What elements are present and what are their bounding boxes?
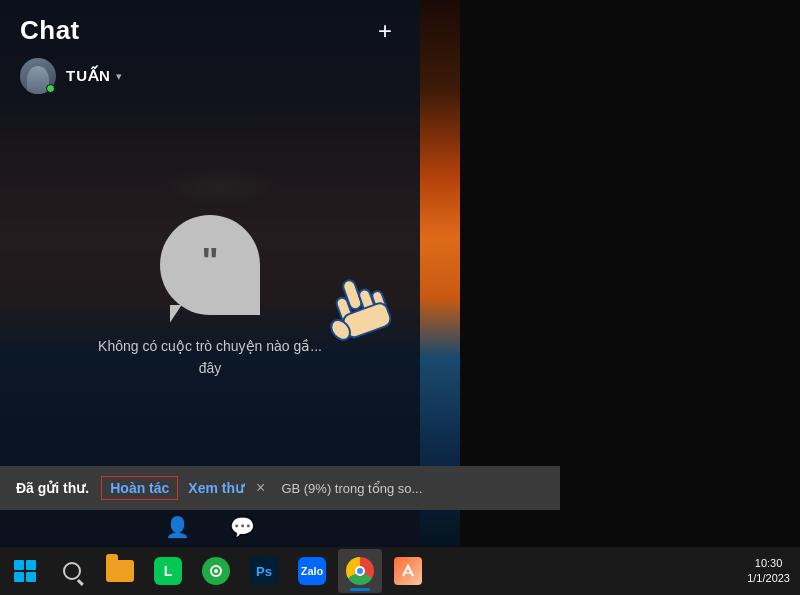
chrome-icon: [346, 557, 374, 585]
taskbar-line[interactable]: L: [146, 549, 190, 593]
chat-panel: Chat + TUẤN ▾ " Không có cuộc trò chuyện…: [0, 0, 420, 490]
empty-chat-line2: đây: [199, 360, 222, 376]
taskbar: L Ps Zalo: [0, 547, 800, 595]
line-icon: L: [154, 557, 182, 585]
chat-title: Chat: [20, 15, 80, 46]
taskbar-apps: L Ps Zalo: [94, 549, 747, 593]
view-email-button[interactable]: Xem thư: [188, 480, 244, 496]
taskbar-photoshop[interactable]: Ps: [242, 549, 286, 593]
chat-header: Chat +: [0, 0, 420, 54]
groove-icon: [202, 557, 230, 585]
taskbar-groove[interactable]: [194, 549, 238, 593]
notification-close-button[interactable]: ×: [256, 479, 265, 497]
zalo-icon: Zalo: [298, 557, 326, 585]
notification-sent-label: Đã gửi thư.: [16, 480, 89, 496]
taskbar-paint[interactable]: [386, 549, 430, 593]
empty-chat-text: Không có cuộc trò chuyện nào gầ... đây: [98, 335, 322, 380]
win-q2: [26, 560, 36, 570]
search-icon: [63, 562, 81, 580]
avatar-container[interactable]: [20, 58, 56, 94]
empty-chat-line1: Không có cuộc trò chuyện nào gầ...: [98, 338, 322, 354]
taskbar-date-display: 1/1/2023: [747, 571, 790, 586]
active-indicator: [350, 588, 370, 591]
folder-icon: [106, 560, 134, 582]
photoshop-icon: Ps: [250, 557, 278, 585]
taskbar-zalo[interactable]: Zalo: [290, 549, 334, 593]
chat-main-area: " Không có cuộc trò chuyện nào gầ... đây: [0, 104, 420, 490]
windows-icon: [14, 560, 36, 582]
chat-bubble-icon: ": [201, 244, 218, 280]
new-conversation-button[interactable]: +: [370, 16, 400, 46]
win-q1: [14, 560, 24, 570]
taskbar-clock[interactable]: 10:30 1/1/2023: [747, 556, 790, 587]
start-button[interactable]: [0, 547, 50, 595]
taskbar-search-button[interactable]: [50, 547, 94, 595]
taskbar-time-display: 10:30: [747, 556, 790, 571]
hangouts-icon: ": [160, 215, 260, 315]
taskbar-file-explorer[interactable]: [98, 549, 142, 593]
user-dropdown-icon[interactable]: ▾: [116, 70, 122, 83]
people-tab-icon[interactable]: 👤: [165, 515, 190, 539]
storage-text: GB (9%) trong tổng so...: [281, 481, 422, 496]
svg-point-7: [214, 569, 218, 573]
chrome-center: [355, 566, 365, 576]
chat-tab-icon[interactable]: 💬: [230, 515, 255, 539]
taskbar-right: 10:30 1/1/2023: [747, 556, 800, 587]
chat-tabs-bar: 👤 💬: [0, 507, 420, 547]
online-status-indicator: [46, 84, 55, 93]
taskbar-chrome[interactable]: [338, 549, 382, 593]
win-q3: [14, 572, 24, 582]
undo-button[interactable]: Hoàn tác: [101, 476, 178, 500]
user-row: TUẤN ▾: [0, 54, 420, 104]
paint-icon: [394, 557, 422, 585]
notification-bar: Đã gửi thư. Hoàn tác Xem thư × GB (9%) t…: [0, 466, 560, 510]
win-q4: [26, 572, 36, 582]
user-name[interactable]: TUẤN: [66, 67, 111, 85]
